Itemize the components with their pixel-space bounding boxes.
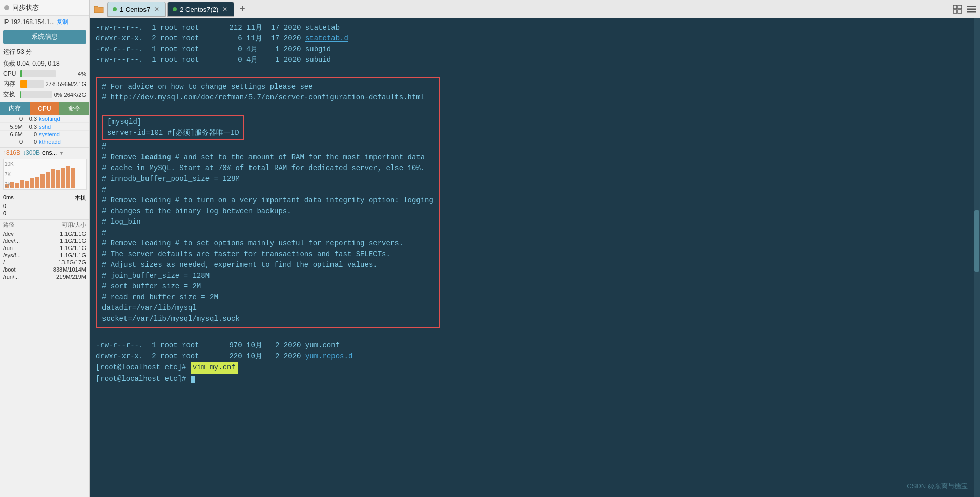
latency-ms-text: 0ms <box>3 194 14 202</box>
terminal-line: -rw-r--r--. 1 root root 0 4月 1 2020 subg… <box>96 44 968 55</box>
table-row: 0 0 kthreadd <box>0 138 89 146</box>
cpu-bar-container <box>20 70 56 77</box>
network-row: ↑816B ↓300B ens... ▼ <box>0 147 89 158</box>
chart-bar <box>30 178 34 188</box>
terminal-tab-2[interactable]: 2 Centos7(2) ✕ <box>167 2 234 17</box>
terminal-line: # innodb_buffer_pool_size = 128M <box>102 174 433 184</box>
grid-icon[interactable] <box>951 3 964 15</box>
latency-label-text: 本机 <box>75 194 86 202</box>
swap-bar-container <box>20 91 52 98</box>
sys-info-button[interactable]: 系统信息 <box>3 30 86 44</box>
terminal-line: # read_rnd_buffer_size = 2M <box>102 292 433 303</box>
chart-y-3k: 3K <box>5 182 11 188</box>
ip-row: IP 192.168.154.1... 复制 <box>0 16 89 28</box>
cpu-label: CPU <box>3 70 18 77</box>
disk-col-size: 可用/大小 <box>62 221 86 229</box>
terminal-line: # join_buffer_size = 128M <box>102 271 433 281</box>
latency-row: 0ms 本机 <box>3 194 86 202</box>
terminal-line: # sort_buffer_size = 2M <box>102 281 433 292</box>
disk-row: / 13.8G/17G <box>3 259 86 266</box>
table-row: 0 0.3 ksoftirqd <box>0 115 89 123</box>
terminal-line: # The server defaults are faster for tra… <box>102 249 433 260</box>
mem-bar-container <box>20 80 44 88</box>
terminal-mysqld: [mysqld] <box>107 117 239 128</box>
terminal-line: socket=/var/lib/mysql/mysql.sock <box>102 314 433 324</box>
cpu-bar <box>20 70 22 77</box>
terminal-line: # For advice on how to change settings p… <box>102 81 433 92</box>
scrollbar-thumb[interactable] <box>974 210 979 272</box>
chart-bar <box>40 174 45 188</box>
svg-rect-2 <box>953 10 957 13</box>
sync-label: 同步状态 <box>12 3 39 12</box>
tab-close-1[interactable]: ✕ <box>153 6 160 13</box>
tab-label-1: 1 Centos7 <box>120 6 150 13</box>
disk-col-path: 路径 <box>3 221 14 229</box>
tab-label-2: 2 Centos7(2) <box>180 6 218 13</box>
terminal[interactable]: -rw-r--r--. 1 root root 212 11月 17 2020 … <box>90 18 974 497</box>
terminal-line: # cache in MySQL. Start at 70% of total … <box>102 163 433 174</box>
cursor-block <box>191 376 195 383</box>
swap-label: 交换 <box>3 90 18 99</box>
chart-y-7k: 7K <box>5 172 11 177</box>
terminal-serverid: server-id=101 #[必须]服务器唯一ID <box>107 128 239 138</box>
tab-cpu-button[interactable]: CPU <box>30 102 59 115</box>
process-tab-row: 内存 CPU 命令 <box>0 102 89 115</box>
tab-dot-1 <box>113 7 117 11</box>
net-upload-text: ↑816B <box>3 149 20 156</box>
tab-bar-right <box>951 3 978 15</box>
terminal-line: -rw-r--r--. 1 root root 0 4月 1 2020 subu… <box>96 55 968 66</box>
load-text: 负载 0.04, 0.09, 0.18 <box>3 60 60 67</box>
terminal-line: -rw-r--r--. 1 root root 212 11月 17 2020 … <box>96 23 968 33</box>
tab-dot-2 <box>173 7 177 11</box>
disk-row: /sys/f... 1.1G/1.1G <box>3 252 86 259</box>
cpu-stat-row: CPU 4% <box>0 69 89 78</box>
chart-bar <box>35 177 39 188</box>
svg-rect-4 <box>967 6 976 7</box>
chart-bar <box>20 180 24 188</box>
terminal-tab-1[interactable]: 1 Centos7 ✕ <box>107 2 166 17</box>
terminal-line: # <box>102 141 433 152</box>
menu-icon[interactable] <box>966 3 978 15</box>
mem-bar <box>20 80 27 88</box>
chart-bar <box>56 170 60 188</box>
terminal-line: drwxr-xr-x. 2 root root 6 11月 17 2020 st… <box>96 33 968 44</box>
terminal-line: datadir=/var/lib/mysql <box>102 303 433 314</box>
sidebar: 同步状态 IP 192.168.154.1... 复制 系统信息 运行 53 分… <box>0 0 90 497</box>
terminal-line: # log_bin <box>102 217 433 227</box>
swap-value: 0% 264K/2G <box>54 92 86 98</box>
net-expand-icon[interactable]: ▼ <box>59 150 64 156</box>
net-download-text: ↓300B <box>23 149 40 156</box>
terminal-line: # <box>102 184 433 195</box>
terminal-line: # Adjust sizes as needed, experiment to … <box>102 260 433 271</box>
scrollbar-area[interactable] <box>974 18 980 497</box>
tab-cmd-button[interactable]: 命令 <box>59 102 89 115</box>
disk-row: /dev 1.1G/1.1G <box>3 230 86 237</box>
mem-label: 内存 <box>3 79 18 88</box>
svg-rect-5 <box>967 9 976 10</box>
disk-section: 路径 可用/大小 /dev 1.1G/1.1G /dev/... 1.1G/1.… <box>0 219 89 282</box>
mem-stat-row: 内存 27% 596M/2.1G <box>0 78 89 89</box>
terminal-line <box>96 329 968 340</box>
chart-bar <box>71 168 75 188</box>
copy-ip-button[interactable]: 复制 <box>57 18 68 26</box>
table-row: 5.9M 0.3 sshd <box>0 123 89 131</box>
folder-icon[interactable] <box>92 2 106 16</box>
disk-row: /run 1.1G/1.1G <box>3 244 86 252</box>
ip-text: IP 192.168.154.1... <box>3 18 55 26</box>
add-tab-button[interactable]: + <box>235 2 249 16</box>
mysql-highlighted-block: # For advice on how to change settings p… <box>96 77 440 328</box>
runtime-text: 运行 53 分 <box>3 48 32 55</box>
process-table: 0 0.3 ksoftirqd 5.9M 0.3 sshd 6.6M 0 sys… <box>0 115 89 146</box>
latency-val-row: 0 <box>3 202 86 210</box>
load-row: 负载 0.04, 0.09, 0.18 <box>0 58 89 69</box>
svg-rect-3 <box>958 10 962 13</box>
terminal-line: # <box>102 227 433 238</box>
tab-close-2[interactable]: ✕ <box>221 6 228 13</box>
chart-bar <box>46 172 50 188</box>
latency-val-row2: 0 <box>3 210 86 217</box>
net-interface-text: ens... <box>42 149 57 156</box>
terminal-line <box>96 66 968 76</box>
runtime-row: 运行 53 分 <box>0 46 89 58</box>
tab-mem-button[interactable]: 内存 <box>0 102 30 115</box>
latency-val2: 0 <box>3 210 6 216</box>
